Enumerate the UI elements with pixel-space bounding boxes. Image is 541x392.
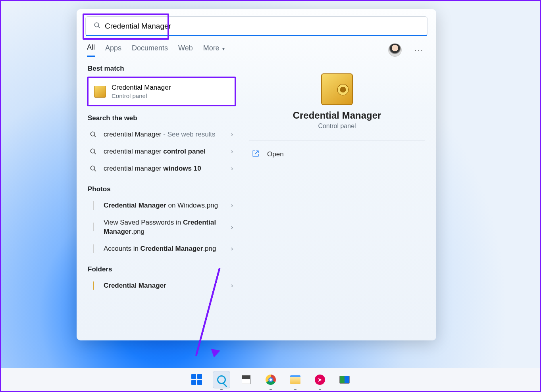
folder-result-text: Credential Manager: [104, 281, 225, 290]
open-label: Open: [267, 150, 284, 158]
taskbar-app[interactable]: ➤: [311, 371, 329, 388]
taskbar-chrome[interactable]: [262, 371, 279, 388]
web-result-text: credential Manager - See web results: [104, 130, 225, 139]
taskbar: ➤: [1, 368, 540, 391]
search-panel: All Apps Documents Web More ▾ ··· Best m…: [77, 9, 436, 340]
search-icon: [94, 22, 101, 31]
more-options-button[interactable]: ···: [412, 44, 426, 56]
best-match-title: Credential Manager: [112, 84, 171, 92]
search-icon: [89, 148, 98, 155]
best-match-result[interactable]: Credential Manager Control panel: [87, 77, 236, 106]
svg-point-4: [90, 149, 95, 154]
detail-title: Credential Manager: [249, 110, 425, 121]
photo-result-2[interactable]: Accounts in Credential Manager.png ›: [87, 240, 236, 257]
results-column: Best match Credential Manager Control pa…: [81, 57, 236, 321]
search-icon: [89, 131, 98, 138]
credential-manager-icon: [94, 86, 106, 98]
open-action[interactable]: Open: [249, 146, 425, 163]
image-thumb-icon: [89, 223, 98, 231]
search-icon: [217, 375, 226, 384]
control-panel-icon: [339, 376, 350, 384]
web-result-2[interactable]: credential manager windows 10 ›: [87, 160, 236, 177]
web-result-0[interactable]: credential Manager - See web results ›: [87, 126, 236, 143]
section-best-match: Best match: [88, 65, 236, 73]
tab-apps[interactable]: Apps: [105, 44, 121, 56]
web-result-text: credential manager windows 10: [104, 164, 225, 173]
tab-web[interactable]: Web: [178, 44, 193, 56]
chrome-icon: [266, 375, 276, 385]
chevron-right-icon: ›: [231, 202, 233, 209]
svg-line-3: [94, 136, 96, 137]
svg-line-7: [94, 170, 96, 171]
chevron-right-icon: ›: [231, 224, 233, 231]
folder-icon: [89, 282, 98, 290]
search-bar-container: [77, 9, 436, 36]
svg-point-6: [90, 166, 95, 171]
detail-subtitle: Control panel: [249, 123, 425, 130]
svg-line-5: [94, 153, 96, 154]
section-folders: Folders: [88, 265, 236, 273]
tab-documents[interactable]: Documents: [132, 44, 168, 56]
svg-point-2: [90, 132, 95, 136]
search-icon: [89, 165, 98, 172]
folder-result-0[interactable]: Credential Manager ›: [87, 277, 236, 294]
chevron-right-icon: ›: [231, 282, 233, 289]
credential-manager-icon: [321, 73, 353, 105]
image-thumb-icon: [89, 245, 98, 253]
svg-point-0: [94, 23, 99, 27]
section-photos: Photos: [88, 185, 236, 193]
chevron-right-icon: ›: [231, 131, 233, 138]
search-input[interactable]: [105, 22, 422, 31]
folder-icon: [290, 375, 300, 384]
chevron-down-icon: ▾: [222, 46, 225, 52]
search-bar[interactable]: [85, 16, 427, 36]
tab-more[interactable]: More ▾: [203, 44, 225, 56]
photo-result-1[interactable]: View Saved Passwords in Credential Manag…: [87, 214, 236, 240]
taskbar-search-button[interactable]: [213, 371, 230, 388]
start-button[interactable]: [188, 371, 206, 388]
photo-result-text: Accounts in Credential Manager.png: [104, 244, 225, 254]
chevron-right-icon: ›: [231, 165, 233, 172]
web-result-text: credential manager control panel: [104, 147, 225, 156]
section-search-web: Search the web: [88, 114, 236, 122]
svg-line-1: [98, 26, 100, 28]
tab-all[interactable]: All: [87, 43, 95, 57]
photo-result-text: Credential Manager on Windows.png: [104, 201, 225, 210]
chevron-right-icon: ›: [231, 245, 233, 252]
user-avatar[interactable]: [388, 43, 402, 57]
photo-result-text: View Saved Passwords in Credential Manag…: [104, 218, 225, 236]
photo-result-0[interactable]: Credential Manager on Windows.png ›: [87, 197, 236, 214]
taskbar-file-explorer[interactable]: [287, 371, 304, 388]
app-icon: ➤: [315, 375, 325, 385]
web-result-1[interactable]: credential manager control panel ›: [87, 143, 236, 160]
image-thumb-icon: [89, 202, 98, 210]
annotation-arrow-head: [209, 349, 220, 359]
task-view-button[interactable]: [237, 371, 255, 388]
filter-tabs: All Apps Documents Web More ▾ ···: [77, 36, 436, 57]
detail-pane: Credential Manager Control panel Open: [242, 57, 432, 321]
open-external-icon: [251, 150, 260, 159]
task-view-icon: [242, 375, 250, 384]
taskbar-control-panel[interactable]: [336, 371, 353, 388]
chevron-right-icon: ›: [231, 148, 233, 155]
best-match-subtitle: Control panel: [112, 92, 171, 99]
divider: [249, 140, 425, 140]
windows-icon: [191, 374, 202, 385]
